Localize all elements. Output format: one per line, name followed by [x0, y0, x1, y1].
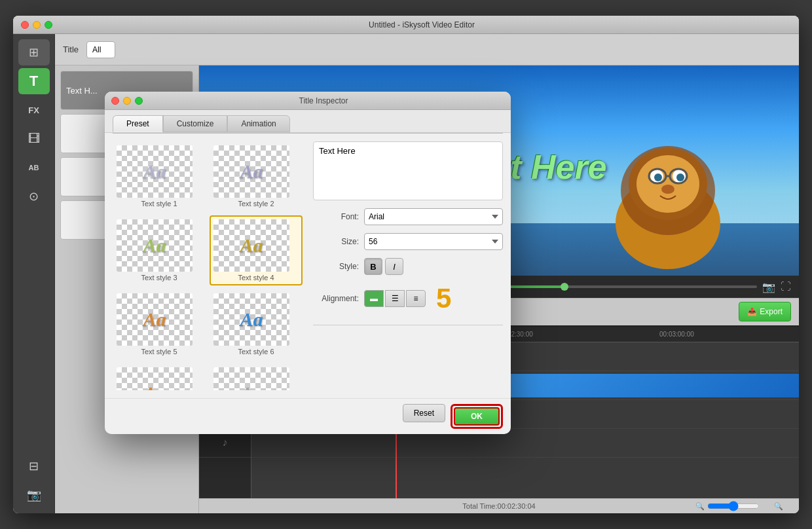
size-select[interactable]: 56 [364, 233, 503, 250]
dialog-title: Title Inspector [143, 96, 504, 105]
dialog-body: Aa Text style 1 Aa Text style 2 Aa Te [105, 134, 511, 398]
dialog-title-bar: Title Inspector [105, 92, 511, 110]
style-thumb-6: Aa [213, 293, 289, 346]
style-name-4: Text style 4 [213, 274, 299, 282]
style-item-1[interactable]: Aa Text style 1 [113, 141, 206, 211]
tab-animation[interactable]: Animation [227, 115, 289, 132]
style-thumb-5: Aa [117, 293, 193, 346]
dialog-footer: Reset OK [105, 398, 511, 434]
style-row: Style: B I [313, 258, 503, 275]
dialog-minimize-button[interactable] [123, 97, 131, 105]
style-item-2[interactable]: Aa Text style 2 [210, 141, 303, 211]
style-item-6[interactable]: Aa Text style 6 [210, 289, 303, 359]
style-name-3: Text style 3 [117, 274, 202, 282]
dialog-right-panel: Text Here Font: Arial Size: 56 [313, 141, 503, 390]
style-grid: Aa Text style 1 Aa Text style 2 Aa Te [113, 141, 303, 390]
font-row: Font: Arial [313, 208, 503, 225]
separator [313, 325, 503, 325]
size-row: Size: 56 [313, 233, 503, 250]
reset-button[interactable]: Reset [403, 404, 445, 422]
style-name-2: Text style 2 [213, 200, 299, 208]
align-buttons: ▬ ☰ ≡ [364, 290, 426, 307]
style-thumb-4: Aa [213, 219, 289, 272]
style-item-3[interactable]: Aa Text style 3 [113, 215, 206, 285]
style-thumb-1: Aa [117, 145, 193, 198]
alignment-row: Alignment: ▬ ☰ ≡ 5 [313, 283, 503, 314]
style-thumb-3: Aa [117, 219, 193, 272]
font-select[interactable]: Arial [364, 208, 503, 225]
bold-button[interactable]: B [364, 258, 382, 275]
step-number: 5 [436, 283, 451, 314]
font-label: Font: [313, 212, 359, 221]
size-label: Size: [313, 237, 359, 246]
ok-highlight: OK [451, 404, 503, 429]
style-item-7[interactable]: Aa Text style 7 [113, 363, 206, 390]
dialog-tabs: Preset Customize Animation [105, 110, 511, 133]
dialog-overlay: Title Inspector Preset Customize Animati… [0, 0, 812, 529]
style-item-4[interactable]: Aa Text style 4 [210, 215, 303, 285]
tab-customize[interactable]: Customize [163, 115, 228, 132]
style-thumb-2: Aa [213, 145, 289, 198]
style-label: Style: [313, 262, 359, 271]
dialog-traffic-lights [111, 97, 143, 105]
dialog-close-button[interactable] [111, 97, 119, 105]
style-name-6: Text style 6 [213, 348, 299, 356]
style-item-8[interactable]: Aa Text style 8 [210, 363, 303, 390]
style-thumb-8: Aa [213, 367, 289, 390]
align-left-button[interactable]: ▬ [364, 290, 384, 307]
style-item-5[interactable]: Aa Text style 5 [113, 289, 206, 359]
style-buttons: B I [364, 258, 403, 275]
style-name-5: Text style 5 [117, 348, 202, 356]
align-center-button[interactable]: ☰ [385, 290, 405, 307]
tab-preset[interactable]: Preset [113, 115, 163, 132]
align-right-button[interactable]: ≡ [406, 290, 426, 307]
title-inspector-dialog: Title Inspector Preset Customize Animati… [105, 92, 511, 434]
italic-button[interactable]: I [385, 258, 403, 275]
text-input[interactable]: Text Here [313, 141, 503, 200]
dialog-maximize-button[interactable] [135, 97, 143, 105]
alignment-label: Alignment: [313, 294, 359, 303]
style-name-1: Text style 1 [117, 200, 202, 208]
ok-button[interactable]: OK [454, 407, 500, 426]
style-thumb-7: Aa [117, 367, 193, 390]
